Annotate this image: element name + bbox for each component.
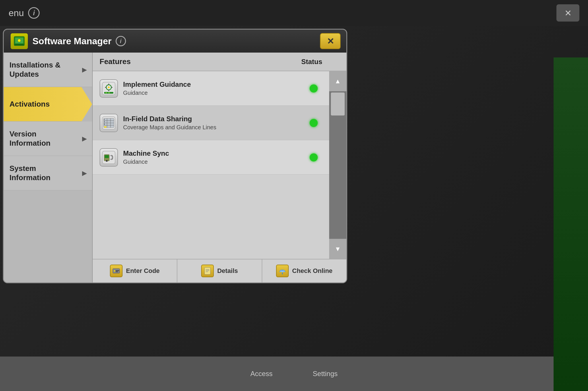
svg-point-2	[18, 39, 21, 42]
enter-code-icon	[110, 265, 123, 277]
feature-item-infield-data-sharing[interactable]: 1 4 9 In-Field Data Sharing Coverage Map…	[93, 106, 329, 140]
features-title: Features	[100, 57, 301, 66]
svg-rect-12	[105, 93, 107, 93]
scroll-track	[329, 91, 346, 239]
svg-point-28	[106, 160, 108, 162]
scroll-thumb	[331, 93, 345, 115]
check-online-button[interactable]: Check Online	[262, 259, 346, 282]
software-manager-dialog: Software Manager i ✕ Installations &Upda…	[3, 29, 347, 283]
sidebar: Installations &Updates ▶ Activations Ver…	[4, 53, 93, 282]
dialog-info-icon[interactable]: i	[116, 36, 126, 46]
infield-data-sharing-icon: 1 4 9	[100, 114, 118, 132]
check-online-icon	[276, 265, 289, 277]
svg-rect-3	[15, 44, 24, 45]
svg-rect-24	[104, 126, 106, 128]
svg-rect-31	[116, 270, 119, 271]
main-content: Features Status	[93, 53, 346, 282]
status-label: Status	[301, 58, 322, 66]
tab-settings[interactable]: Settings	[304, 367, 346, 381]
right-decorative-bar	[554, 57, 588, 391]
enter-code-label: Enter Code	[126, 267, 160, 275]
details-icon	[201, 265, 214, 277]
sidebar-item-activations[interactable]: Activations	[4, 87, 92, 122]
machine-sync-icon	[100, 148, 118, 167]
details-button[interactable]: Details	[177, 259, 262, 282]
sidebar-item-version-information[interactable]: VersionInformation ▶	[4, 122, 92, 156]
dialog-title: Software Manager	[32, 36, 112, 47]
features-list: Implement Guidance Guidance	[93, 71, 329, 259]
implement-guidance-name: Implement Guidance	[123, 80, 310, 88]
scroll-down-button[interactable]: ▼	[329, 239, 346, 259]
dialog-close-button[interactable]: ✕	[320, 33, 341, 49]
implement-guidance-desc: Guidance	[123, 90, 310, 96]
svg-point-10	[108, 86, 110, 88]
features-header: Features Status	[93, 53, 346, 71]
sidebar-item-installations-updates[interactable]: Installations &Updates ▶	[4, 53, 92, 87]
info-icon[interactable]: i	[28, 7, 40, 19]
details-label: Details	[217, 267, 238, 275]
infield-data-sharing-name: In-Field Data Sharing	[123, 115, 310, 123]
features-list-wrapper: Implement Guidance Guidance	[93, 71, 346, 259]
svg-rect-32	[116, 271, 118, 272]
sidebar-arrow-version: ▶	[82, 135, 87, 142]
dialog-header: Software Manager i ✕	[4, 30, 346, 53]
menu-label: enu	[9, 8, 24, 18]
bottom-bar: Enter Code Details	[93, 259, 346, 282]
tab-access[interactable]: Access	[242, 367, 281, 381]
svg-rect-27	[105, 155, 109, 158]
machine-sync-desc: Guidance	[123, 159, 310, 165]
svg-rect-33	[205, 267, 210, 274]
dialog-title-icon	[11, 33, 28, 49]
top-close-button[interactable]: ✕	[556, 4, 579, 22]
implement-guidance-icon	[100, 79, 118, 98]
scroll-up-button[interactable]: ▲	[329, 71, 346, 91]
svg-point-38	[282, 273, 283, 274]
machine-sync-status	[310, 153, 318, 161]
infield-data-sharing-status	[310, 119, 318, 127]
feature-item-implement-guidance[interactable]: Implement Guidance Guidance	[93, 71, 329, 106]
infield-data-sharing-desc: Coverage Maps and Guidance Lines	[123, 124, 310, 131]
enter-code-button[interactable]: Enter Code	[93, 259, 177, 282]
scrollbar: ▲ ▼	[329, 71, 346, 259]
sidebar-arrow-installations: ▶	[82, 66, 87, 74]
machine-sync-name: Machine Sync	[123, 149, 310, 157]
svg-point-30	[114, 270, 115, 272]
top-bar: enu i ✕	[0, 0, 588, 26]
bottom-area: Access Settings	[0, 357, 588, 391]
sidebar-arrow-system: ▶	[82, 170, 87, 177]
check-online-label: Check Online	[292, 267, 333, 275]
implement-guidance-status	[310, 84, 318, 93]
feature-item-machine-sync[interactable]: Machine Sync Guidance	[93, 140, 329, 175]
svg-rect-13	[108, 93, 110, 93]
dialog-body: Installations &Updates ▶ Activations Ver…	[4, 53, 346, 282]
sidebar-item-system-information[interactable]: SystemInformation ▶	[4, 156, 92, 190]
